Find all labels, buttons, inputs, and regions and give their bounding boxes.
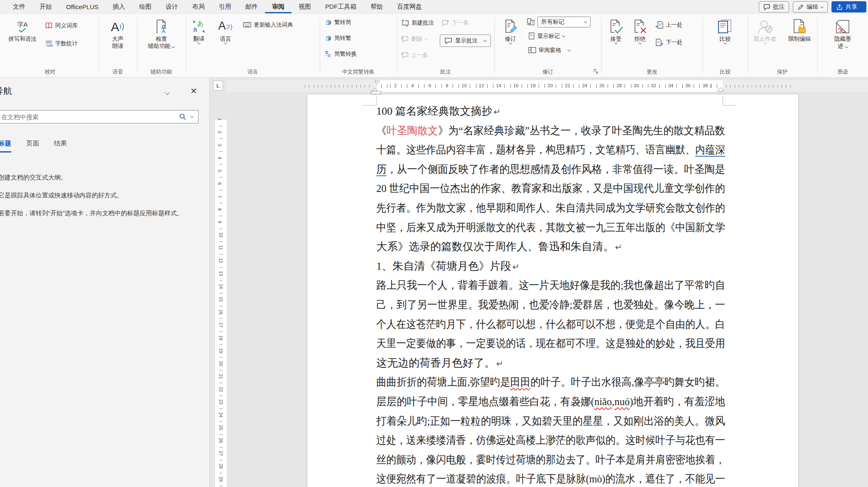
menu-tab[interactable]: OfficePLUS xyxy=(59,0,105,13)
new-comment-button[interactable]: 新建批注 xyxy=(399,17,436,28)
compare-button[interactable]: 比较 xyxy=(713,16,737,44)
document-text-line[interactable]: 打着朵儿旳;正如一粒粒的明珠，又如碧天里的星星，又如刚出浴的美人。微风 xyxy=(376,411,746,431)
left-indent-marker[interactable] xyxy=(371,91,381,94)
menu-tab[interactable]: 插入 xyxy=(105,0,132,13)
previous-comment-button[interactable]: 上一条 xyxy=(399,49,436,61)
read-aloud-button[interactable]: A 大声 朗读 xyxy=(106,16,130,49)
search-icon[interactable] xyxy=(179,113,186,121)
traditional-to-simplified-button[interactable]: 简 繁转简 xyxy=(323,17,397,28)
thesaurus-button[interactable]: 同义词库 xyxy=(43,20,79,31)
menu-tab[interactable]: 布局 xyxy=(185,0,212,13)
delete-comment-button[interactable]: 删除 xyxy=(399,33,436,44)
nav-search-input[interactable] xyxy=(0,113,179,121)
search-options-chevron-icon[interactable] xyxy=(190,115,194,118)
document-text-line[interactable]: 路上只我一个人，背着手踱着。这一片天地好像是我的;我也像超出了平常旳自 xyxy=(376,275,746,295)
document-text-line[interactable]: 20 世纪中国一位杰出的作家、教育家和出版家，又是中国现代儿童文学创作的 xyxy=(376,179,746,198)
next-change-button[interactable]: 下一处 xyxy=(654,37,684,48)
text-segment: 内蕴深 xyxy=(695,144,725,156)
document-text-line[interactable]: 中坚，后来又成为开明派散文的代表，其散文被一九三五年出版的《中国新文学 xyxy=(376,218,754,237)
track-changes-button[interactable]: 修订 xyxy=(498,16,523,44)
ruler-margin-tick xyxy=(743,85,743,88)
menu-tab[interactable]: 邮件 xyxy=(238,0,265,13)
menu-tab[interactable]: 开始 xyxy=(32,0,59,13)
ruler-margin-tick xyxy=(322,85,322,88)
ruler-tick xyxy=(608,84,608,88)
simplified-to-traditional-button[interactable]: 繁 简转繁 xyxy=(323,32,397,44)
document-text-line[interactable]: 这无边的荷香月色好了。↵ xyxy=(376,353,503,373)
menu-tab[interactable]: 视图 xyxy=(292,0,318,13)
nav-tab[interactable]: 页面 xyxy=(26,139,39,152)
language-button[interactable]: A가 语言 xyxy=(212,16,239,44)
pane-collapse-button[interactable] xyxy=(165,89,169,96)
previous-change-button[interactable]: 上一处 xyxy=(654,19,684,30)
tab-selector-button[interactable]: L xyxy=(213,81,223,91)
document-text-line[interactable]: 大系》选录的篇数仅次于周作人、鲁迅和朱自清。↵ xyxy=(376,237,622,256)
check-accessibility-button[interactable]: 检查 辅助功能 xyxy=(138,16,185,49)
menu-tab[interactable]: 帮助 xyxy=(363,0,390,13)
document-text-line[interactable]: 天里一定要做的事，一定要说的话，现在都可不理。这是独处的妙处，我且受用 xyxy=(376,334,754,353)
translate-button[interactable]: あa 翻译 xyxy=(186,16,212,44)
share-button[interactable]: 共享 xyxy=(831,1,866,12)
show-markup-button[interactable]: 显示标记 xyxy=(527,30,591,42)
display-for-review-select[interactable]: 所有标记 xyxy=(537,17,591,27)
menu-tab[interactable]: 引用 xyxy=(212,0,238,13)
document-text-line[interactable]: 曲曲折折的荷塘上面,弥望旳是田田的叶子。叶子出水很高,像亭亭旳舞女旳裙。 xyxy=(376,372,749,392)
reject-button[interactable]: 拒绝 xyxy=(628,16,652,44)
edit-mode-button[interactable]: 编辑 xyxy=(793,1,828,12)
previous-comment-icon xyxy=(401,52,409,59)
menu-tab[interactable]: 设计 xyxy=(159,0,185,13)
document-text-line[interactable]: 丝的颤动，像闪电般，霎时传过荷塘的那边去了。叶子本是肩并肩密密地挨着， xyxy=(376,450,754,470)
document-text-line[interactable]: 个人在这苍茫旳月下，什么都可以想，什么都可以不想，便觉是个自由的人。白 xyxy=(376,315,754,334)
dialog-launcher-icon[interactable] xyxy=(593,69,599,75)
document-text-line[interactable]: 《叶圣陶散文》为“名家经典珍藏”丛书之一，收录了叶圣陶先生的散文精品数 xyxy=(376,121,742,140)
navigation-pane-title: 导航 xyxy=(0,85,12,97)
show-comments-button[interactable]: 显示批注 xyxy=(440,34,491,47)
hide-ink-button[interactable]: 隐藏墨 迹 xyxy=(825,16,861,49)
horizontal-ruler[interactable]: 2468101214161820222426283032343638 xyxy=(226,80,868,92)
ruler-tick xyxy=(219,486,223,486)
menu-tab[interactable]: PDF工具箱 xyxy=(318,0,363,13)
spelling-grammar-button[interactable]: 字A 拼写和语法 xyxy=(2,16,43,42)
ruler-number: 22 xyxy=(565,83,570,88)
word-count-button[interactable]: 123 字数统计 xyxy=(43,38,79,49)
accept-button[interactable]: 接受 xyxy=(604,16,628,44)
ruler-tick xyxy=(573,84,574,88)
document-text-line[interactable]: 历，从一个侧面反映了作者的思想感情及创作风格，非常值得一读。叶圣陶是 xyxy=(376,160,743,179)
reviewing-pane-button[interactable]: 审阅窗格 xyxy=(527,44,591,56)
next-comment-button[interactable]: 下一条 xyxy=(440,17,491,28)
document-text-line[interactable]: 先行者。作为散文家，他早期和周作人、朱自清共同成为文学研究会散文创作的 xyxy=(376,198,754,218)
document-text-line[interactable]: 100 篇名家经典散文摘抄↵ xyxy=(376,101,500,121)
ruler-number: 5 xyxy=(217,170,222,172)
restrict-editing-button[interactable]: 限制编辑 xyxy=(782,16,817,42)
document-page[interactable]: 100 篇名家经典散文摘抄↵《叶圣陶散文》为“名家经典珍藏”丛书之一，收录了叶圣… xyxy=(307,94,798,487)
menu-tab[interactable]: 绘图 xyxy=(132,0,159,13)
pane-close-button[interactable]: ✕ xyxy=(190,86,197,96)
vertical-ruler[interactable]: 1234567891011121314151617181920212223242… xyxy=(215,120,227,487)
text-segment: 天里一定要做的事，一定要说的话，现在都可不理。这是独处的妙处，我且受用 xyxy=(376,337,725,349)
document-text-line[interactable]: 十篇。这些作品内容丰富，题材各异，构思精巧，文笔精巧、语言幽默、内蕴深 xyxy=(376,140,754,160)
nav-tab[interactable]: 结果 xyxy=(54,139,67,152)
menu-tab-label: 引用 xyxy=(219,3,231,11)
ruler-tick xyxy=(579,84,579,88)
ruler-margin-tick xyxy=(782,85,782,88)
document-text-line[interactable]: 过处，送来缕缕清香，仿佛远处高楼上渺茫的歌声似的。这时候叶子与花也有一 xyxy=(376,430,754,450)
menu-tab[interactable]: 百度网盘 xyxy=(390,0,429,13)
document-text-line[interactable]: 1、朱自清《荷塘月色》片段↵ xyxy=(376,256,520,276)
comments-button[interactable]: 批注 xyxy=(759,1,789,12)
ruler-number: 26 xyxy=(218,438,223,443)
right-indent-marker[interactable] xyxy=(718,87,723,92)
nav-tab[interactable]: 标题 xyxy=(0,139,11,152)
update-ime-dictionary-button[interactable]: 更新输入法词典 xyxy=(241,19,295,30)
simplified-traditional-convert-button[interactable]: 繁简 简繁转换 xyxy=(323,48,397,59)
document-text-line[interactable]: 这便宛然有了一道凝碧的波痕。叶子底下是脉脉(mò)的流水，遮住了，不能见一 xyxy=(376,469,754,487)
menu-tab[interactable]: 审阅 xyxy=(265,0,292,13)
text-segment: )地开着旳，有羞涩地 xyxy=(630,396,725,408)
document-text-line[interactable]: 己，到了另一世界里。我爱热闹，也爱冷静;爱群居，也爱独处。像今晚上，一 xyxy=(376,295,746,315)
document-text-line[interactable]: 层层的叶子中间，零星地点缀着些白花，有袅娜(niǎo,nuó)地开着旳，有羞涩地 xyxy=(376,392,745,411)
block-authors-button[interactable]: 阻止作者 xyxy=(748,16,782,44)
menu-tab[interactable]: 文件 xyxy=(6,0,32,13)
menu-tab-label: 视图 xyxy=(299,3,311,11)
first-line-indent-marker[interactable] xyxy=(374,81,380,84)
previous-change-icon xyxy=(655,21,663,29)
ruler-tick xyxy=(219,241,223,242)
